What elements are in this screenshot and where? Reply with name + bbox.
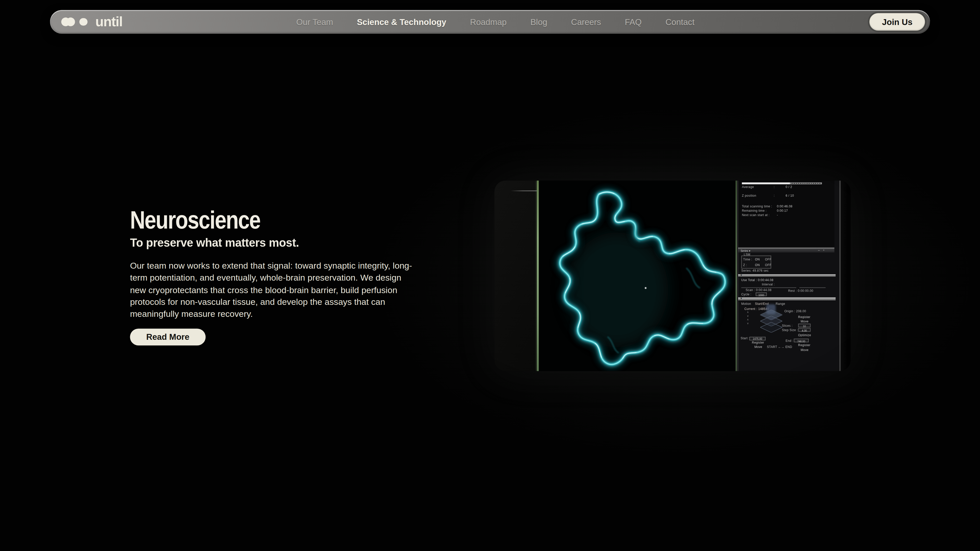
start-label: Start : [741, 337, 749, 340]
status-value: 0:00:17 [777, 209, 788, 212]
logo-dot-icon [66, 17, 75, 26]
end-value-field: 748.00 [794, 338, 809, 342]
screen-edge-green-line-right [735, 181, 737, 371]
status-value: 6 / 10 [786, 194, 794, 197]
z-on: ON [755, 263, 760, 266]
step-size-value-field: 4.00 [798, 328, 811, 332]
start-value-field: 1475.00 [749, 337, 765, 340]
chevron-down-icon: ∨ [747, 314, 749, 318]
optimize-button: Optimize [798, 333, 811, 337]
caret-down-icon: ▼ [740, 273, 743, 276]
nav-item-blog[interactable]: Blog [530, 17, 547, 27]
z-off: OFF [765, 263, 772, 266]
brain-slice-graphic [538, 181, 736, 371]
caret-down-icon: ▼ [740, 297, 743, 300]
status-value: 0 / 2 [786, 185, 792, 188]
nav-item-our-team[interactable]: Our Team [296, 17, 333, 27]
brand-name: until [95, 15, 122, 29]
colon: : [774, 185, 775, 188]
cycle-value-field: 1000 [756, 292, 767, 296]
zstage-section-bar: ▼ [738, 297, 835, 300]
z-label: Z : [743, 263, 747, 266]
time-label: Time : [743, 258, 752, 261]
move-button: Move [754, 345, 762, 348]
slices-label: Slices : [782, 324, 793, 327]
timing-section-bar: ▼ [738, 274, 835, 277]
scan-time: Scan : 0:00:44.08 [746, 288, 772, 291]
use-total: Use Total : 0:00:44.08 [741, 278, 773, 281]
nav-item-careers[interactable]: Careers [571, 17, 601, 27]
register-button: Register [752, 341, 764, 344]
origin-value: Origin : 208.00 [784, 310, 806, 313]
hero-subtitle: To preserve what matters most. [130, 236, 415, 250]
acquisition-software-panel: Average : 0 / 2 Z position : 6 / 10 Tota… [738, 181, 839, 371]
join-us-button[interactable]: Join Us [870, 13, 925, 30]
page-title: Neuroscience [130, 207, 377, 232]
logo-dots-icon [61, 17, 87, 26]
series-tab: Series ▾ [741, 249, 750, 252]
z-stack-layers-icon [762, 309, 783, 335]
hero-section: Neuroscience To preserve what matters mo… [130, 207, 424, 346]
colon: : [774, 194, 775, 197]
page: until Our Team Science & Technology Road… [0, 0, 980, 551]
status-label: Z position [742, 194, 756, 197]
scan-progress-remainder [790, 182, 822, 184]
nav-item-faq[interactable]: FAQ [625, 17, 641, 27]
nav-item-roadmap[interactable]: Roadmap [470, 17, 507, 27]
chevron-up-icon: ∧ [747, 310, 749, 313]
status-label: Remaining time : [742, 209, 767, 212]
chevron-up-icon: ∧ [747, 318, 749, 321]
fluorescence-brain-image [538, 181, 736, 371]
cycle-label: Cycle : [741, 292, 751, 295]
status-label: Next scan start at : [742, 213, 770, 216]
status-value: 0:00:46.08 [777, 205, 792, 208]
interval-label: Interval : [762, 283, 775, 286]
status-label: Average [742, 185, 754, 188]
divider [741, 287, 796, 287]
monitor-right-edge [840, 181, 851, 371]
divider [799, 287, 826, 287]
nav-item-science-technology[interactable]: Science & Technology [357, 17, 446, 27]
register-button: Register [798, 344, 810, 347]
bezel-highlight-line [511, 191, 537, 191]
move-button: Move [800, 348, 808, 351]
end-label: End : [786, 339, 793, 342]
chevron-down-icon: ∨ [747, 322, 749, 325]
time-off: OFF [765, 258, 772, 261]
read-more-button[interactable]: Read More [130, 329, 205, 346]
hero-media-card: Average : 0 / 2 Z position : 6 / 10 Tota… [494, 181, 851, 371]
step-size-label: Step Size : [782, 328, 798, 331]
time-on: ON [755, 258, 760, 261]
nav-links: Our Team Science & Technology Roadmap Bl… [296, 10, 695, 34]
time-z-group-box: Time : ON OFF Z : ON OFF [741, 256, 771, 268]
status-label: Total scanning time : [742, 205, 772, 208]
status-value: - [777, 213, 778, 216]
hero-body-text: Our team now works to extend that signal… [130, 260, 418, 320]
logo-dot-icon [80, 18, 87, 26]
motion-label: Motion [741, 302, 751, 305]
series-duration: Series: 49.876 sec [741, 269, 768, 272]
range-mode: Range [776, 302, 785, 305]
brand-logo[interactable]: until [61, 15, 123, 29]
scan-progress-bar [742, 182, 790, 184]
window-minimize-restore-icons: – ▫ [818, 248, 826, 251]
move-button: Move [800, 320, 808, 323]
register-button: Register [798, 315, 810, 318]
navbar: until Our Team Science & Technology Road… [50, 10, 930, 34]
slices-value-field: 10 [798, 324, 811, 327]
layer-icon [760, 322, 783, 333]
rest-time: Rest : 0:00:00.00 [788, 289, 813, 292]
start-end-range-label: START ←→ END [767, 345, 792, 348]
nav-item-contact[interactable]: Contact [665, 17, 694, 27]
monitor-left-bezel [494, 181, 537, 371]
